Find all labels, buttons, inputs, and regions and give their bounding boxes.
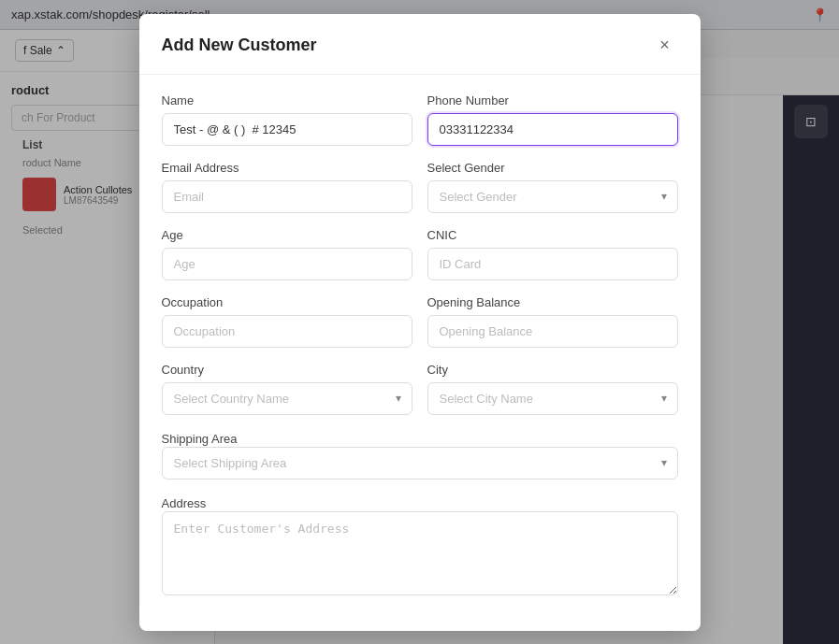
row-email-gender: Email Address Select Gender Select Gende… <box>162 161 678 213</box>
add-customer-modal: Add New Customer × Name Phone Number Ema… <box>139 14 701 631</box>
field-cnic: CNIC <box>427 228 678 280</box>
row-country-city: Country Select Country Name City Select … <box>162 363 678 415</box>
row-occupation-balance: Occupation Opening Balance <box>162 295 678 348</box>
city-select[interactable]: Select City Name <box>427 382 678 415</box>
occupation-label: Occupation <box>162 295 412 309</box>
gender-label: Select Gender <box>427 161 678 175</box>
field-gender: Select Gender Select Gender Male Female <box>427 161 678 213</box>
field-opening-balance: Opening Balance <box>427 295 678 348</box>
modal-title: Add New Customer <box>162 36 317 55</box>
gender-select[interactable]: Select Gender Male Female <box>427 180 678 213</box>
row-age-cnic: Age CNIC <box>162 228 678 280</box>
field-age: Age <box>162 228 412 280</box>
modal-body: Name Phone Number Email Address Select G… <box>139 75 701 631</box>
field-occupation: Occupation <box>162 295 412 348</box>
cnic-label: CNIC <box>427 228 678 242</box>
shipping-area-select[interactable]: Select Shipping Area <box>162 447 678 479</box>
field-address: Address <box>162 494 678 599</box>
phone-input[interactable] <box>427 113 678 146</box>
field-email: Email Address <box>162 161 412 213</box>
field-name: Name <box>162 93 412 146</box>
age-input[interactable] <box>162 248 412 280</box>
cnic-input[interactable] <box>427 248 678 280</box>
age-label: Age <box>162 228 412 242</box>
email-input[interactable] <box>162 180 412 213</box>
opening-balance-input[interactable] <box>427 315 678 348</box>
country-label: Country <box>162 363 412 377</box>
gender-select-wrapper: Select Gender Male Female <box>427 180 678 213</box>
shipping-area-select-wrapper: Select Shipping Area <box>162 447 678 479</box>
field-city: City Select City Name <box>427 363 678 415</box>
shipping-area-label: Shipping Area <box>162 432 238 446</box>
opening-balance-label: Opening Balance <box>427 295 678 309</box>
address-input[interactable] <box>162 511 678 595</box>
address-label: Address <box>162 496 207 510</box>
close-modal-button[interactable]: × <box>652 33 678 59</box>
phone-label: Phone Number <box>427 93 678 107</box>
name-label: Name <box>162 93 412 107</box>
field-shipping-area: Shipping Area Select Shipping Area <box>162 430 678 479</box>
country-select-wrapper: Select Country Name <box>162 382 412 415</box>
field-phone: Phone Number <box>427 93 678 146</box>
name-input[interactable] <box>162 113 412 146</box>
modal-header: Add New Customer × <box>139 14 701 75</box>
email-label: Email Address <box>162 161 412 175</box>
city-label: City <box>427 363 678 377</box>
country-select[interactable]: Select Country Name <box>162 382 412 415</box>
city-select-wrapper: Select City Name <box>427 382 678 415</box>
field-country: Country Select Country Name <box>162 363 412 415</box>
row-name-phone: Name Phone Number <box>162 93 678 146</box>
occupation-input[interactable] <box>162 315 412 348</box>
